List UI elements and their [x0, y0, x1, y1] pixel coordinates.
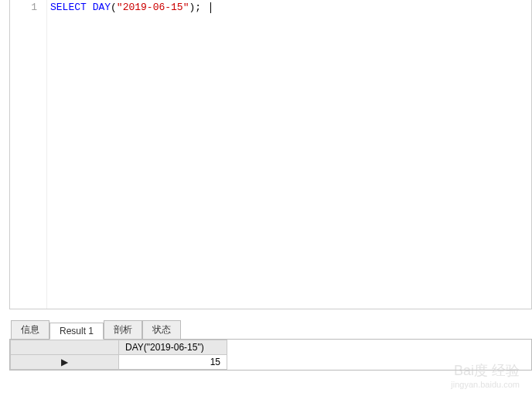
func-day: DAY — [93, 2, 111, 13]
table-header-row: DAY("2019-06-15") — [11, 340, 227, 355]
string-literal: "2019-06-15" — [117, 2, 189, 13]
tab-analysis[interactable]: 剖析 — [104, 320, 142, 340]
semicolon: ; — [195, 2, 201, 13]
tab-result1[interactable]: Result 1 — [49, 323, 104, 340]
code-area[interactable]: SELECT DAY("2019-06-15"); — [47, 0, 531, 309]
paren-open: ( — [111, 2, 117, 13]
table-row[interactable]: ▶ 15 — [11, 355, 227, 370]
result-tabs: 信息 Result 1 剖析 状态 — [11, 320, 532, 340]
row-marker-header — [11, 340, 119, 355]
tab-status[interactable]: 状态 — [142, 320, 181, 340]
keyword-select: SELECT — [50, 2, 87, 13]
result-value[interactable]: 15 — [119, 355, 227, 370]
result-grid: DAY("2019-06-15") ▶ 15 — [9, 339, 532, 371]
tab-info[interactable]: 信息 — [11, 320, 49, 340]
sql-editor[interactable]: 1 SELECT DAY("2019-06-15"); — [9, 0, 532, 309]
text-cursor — [210, 2, 211, 13]
line-gutter: 1 — [10, 0, 47, 309]
current-row-marker: ▶ — [11, 355, 119, 370]
result-table: DAY("2019-06-15") ▶ 15 — [10, 340, 227, 370]
line-number-1: 1 — [10, 2, 37, 14]
column-header[interactable]: DAY("2019-06-15") — [119, 340, 227, 355]
